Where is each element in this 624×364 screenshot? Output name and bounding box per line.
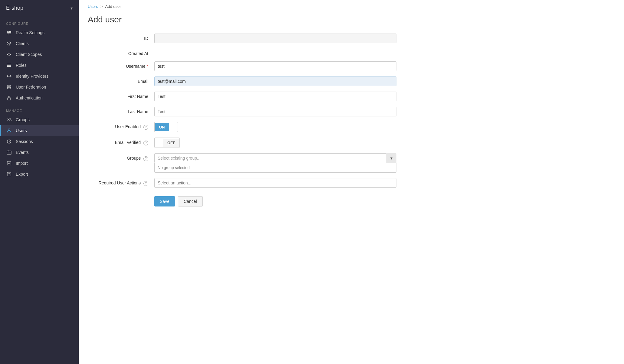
id-input[interactable] xyxy=(154,34,396,43)
sidebar-label-import: Import xyxy=(16,161,28,166)
sidebar-item-user-federation[interactable]: User Federation xyxy=(0,82,79,93)
svg-point-14 xyxy=(8,129,10,131)
sidebar-label-roles: Roles xyxy=(16,63,27,68)
created-at-label: Created At xyxy=(88,49,154,56)
page-content: Add user ID Created At Username* Email xyxy=(79,9,624,224)
sidebar-item-export[interactable]: Export xyxy=(0,169,79,180)
sidebar-item-users[interactable]: Users xyxy=(0,125,79,136)
email-verified-help-icon[interactable]: ? xyxy=(143,141,148,145)
user-icon xyxy=(6,128,12,133)
first-name-label: First Name xyxy=(88,92,154,99)
sidebar-item-client-scopes[interactable]: Client Scopes xyxy=(0,49,79,60)
export-icon xyxy=(6,172,12,177)
svg-point-5 xyxy=(10,32,11,33)
sidebar-label-groups: Groups xyxy=(16,117,30,122)
groups-row: Groups ? Select existing group... ▾ No g… xyxy=(88,153,615,173)
required-user-actions-control xyxy=(154,178,396,188)
app-dropdown-icon[interactable]: ▾ xyxy=(71,6,73,11)
sidebar-item-authentication[interactable]: Authentication xyxy=(0,93,79,103)
breadcrumb-separator: > xyxy=(100,4,103,9)
first-name-input[interactable] xyxy=(154,92,396,101)
cancel-button[interactable]: Cancel xyxy=(178,196,203,206)
user-enabled-toggle[interactable]: ON xyxy=(154,122,178,132)
sidebar-item-clients[interactable]: Clients xyxy=(0,38,79,49)
email-label: Email xyxy=(88,76,154,84)
breadcrumb-parent[interactable]: Users xyxy=(88,4,98,9)
sidebar-item-identity-providers[interactable]: Identity Providers xyxy=(0,71,79,82)
svg-rect-16 xyxy=(7,151,11,154)
app-header[interactable]: E-shop ▾ xyxy=(0,0,79,16)
last-name-label: Last Name xyxy=(88,107,154,114)
svg-point-12 xyxy=(8,118,9,120)
sidebar-label-export: Export xyxy=(16,172,28,177)
required-actions-help-icon[interactable]: ? xyxy=(143,181,148,186)
id-row: ID xyxy=(88,34,615,43)
users-icon xyxy=(6,117,12,122)
sidebar-label-user-federation: User Federation xyxy=(16,85,46,89)
username-input[interactable] xyxy=(154,61,396,71)
svg-point-13 xyxy=(10,118,11,119)
sidebar-item-events[interactable]: Events xyxy=(0,147,79,158)
email-control xyxy=(154,76,396,86)
email-verified-control: OFF xyxy=(154,138,396,148)
form-actions-row: Save Cancel xyxy=(88,193,615,206)
sidebar-label-events: Events xyxy=(16,150,29,155)
lock-icon xyxy=(6,96,12,100)
page-title: Add user xyxy=(88,15,615,24)
sidebar-item-sessions[interactable]: Sessions xyxy=(0,136,79,147)
import-icon xyxy=(6,161,12,166)
svg-rect-9 xyxy=(7,66,11,67)
svg-rect-1 xyxy=(7,32,11,33)
sidebar-label-identity-providers: Identity Providers xyxy=(16,74,48,79)
groups-select[interactable]: Select existing group... xyxy=(154,153,396,163)
sidebar-item-import[interactable]: Import xyxy=(0,158,79,169)
groups-label: Groups ? xyxy=(88,153,154,161)
sidebar-item-roles[interactable]: Roles xyxy=(0,60,79,71)
groups-no-selection: No group selected xyxy=(154,163,396,173)
groups-control: Select existing group... ▾ No group sele… xyxy=(154,153,396,173)
last-name-control xyxy=(154,107,396,116)
user-enabled-on[interactable]: ON xyxy=(155,123,169,131)
arrows-icon xyxy=(6,74,12,79)
sidebar-label-users: Users xyxy=(16,128,27,133)
email-row: Email xyxy=(88,76,615,86)
username-row: Username* xyxy=(88,61,615,71)
required-user-actions-row: Required User Actions ? xyxy=(88,178,615,188)
database-icon xyxy=(6,85,12,89)
required-user-actions-input[interactable] xyxy=(154,178,396,188)
email-verified-row: Email Verified ? OFF xyxy=(88,138,615,148)
created-at-row: Created At xyxy=(88,49,615,56)
user-enabled-help-icon[interactable]: ? xyxy=(143,125,148,130)
svg-rect-8 xyxy=(7,65,11,66)
list-icon xyxy=(6,63,12,68)
svg-point-4 xyxy=(8,31,9,32)
svg-point-6 xyxy=(8,34,9,34)
app-name: E-shop xyxy=(6,5,23,11)
email-input[interactable] xyxy=(154,76,396,86)
user-enabled-row: User Enabled ? ON xyxy=(88,122,615,132)
sidebar-label-client-scopes: Client Scopes xyxy=(16,52,42,57)
last-name-row: Last Name xyxy=(88,107,615,116)
sidebar-label-clients: Clients xyxy=(16,41,29,46)
email-verified-off[interactable]: OFF xyxy=(163,139,179,147)
sidebar-label-sessions: Sessions xyxy=(16,139,33,144)
user-enabled-label: User Enabled ? xyxy=(88,122,154,130)
first-name-control xyxy=(154,92,396,101)
id-control xyxy=(154,34,396,43)
username-control xyxy=(154,61,396,71)
required-user-actions-label: Required User Actions ? xyxy=(88,178,154,186)
configure-section-label: Configure xyxy=(0,16,79,27)
breadcrumb-current: Add user xyxy=(105,4,121,9)
sidebar-item-groups[interactable]: Groups xyxy=(0,114,79,125)
email-verified-toggle[interactable]: OFF xyxy=(154,138,180,148)
cogs-icon xyxy=(6,52,12,57)
sliders-icon xyxy=(6,30,12,35)
last-name-input[interactable] xyxy=(154,107,396,116)
form-actions: Save Cancel xyxy=(154,196,396,206)
save-button[interactable]: Save xyxy=(154,196,175,206)
user-enabled-control: ON xyxy=(154,122,396,132)
sidebar-item-realm-settings[interactable]: Realm Settings xyxy=(0,27,79,38)
first-name-row: First Name xyxy=(88,92,615,101)
calendar-icon xyxy=(6,150,12,155)
groups-help-icon[interactable]: ? xyxy=(143,156,148,161)
